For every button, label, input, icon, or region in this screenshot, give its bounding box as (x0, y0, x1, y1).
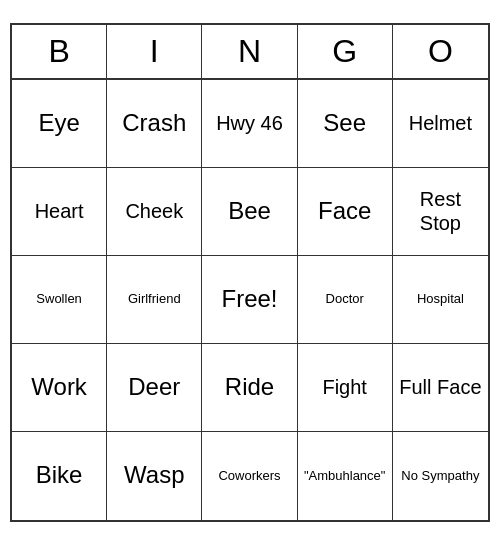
header-letter-n: N (202, 25, 297, 78)
bingo-cell-10: Swollen (12, 256, 107, 344)
bingo-cell-14: Hospital (393, 256, 488, 344)
bingo-cell-17: Ride (202, 344, 297, 432)
bingo-cell-16: Deer (107, 344, 202, 432)
bingo-cell-20: Bike (12, 432, 107, 520)
bingo-cell-9: Rest Stop (393, 168, 488, 256)
bingo-cell-8: Face (298, 168, 393, 256)
bingo-card: BINGO EyeCrashHwy 46SeeHelmetHeartCheekB… (10, 23, 490, 522)
bingo-cell-0: Eye (12, 80, 107, 168)
bingo-cell-23: "Ambuhlance" (298, 432, 393, 520)
bingo-cell-12: Free! (202, 256, 297, 344)
bingo-cell-1: Crash (107, 80, 202, 168)
bingo-cell-5: Heart (12, 168, 107, 256)
bingo-cell-6: Cheek (107, 168, 202, 256)
header-letter-o: O (393, 25, 488, 78)
header-letter-g: G (298, 25, 393, 78)
bingo-header: BINGO (12, 25, 488, 80)
bingo-cell-11: Girlfriend (107, 256, 202, 344)
bingo-grid: EyeCrashHwy 46SeeHelmetHeartCheekBeeFace… (12, 80, 488, 520)
bingo-cell-4: Helmet (393, 80, 488, 168)
bingo-cell-3: See (298, 80, 393, 168)
bingo-cell-15: Work (12, 344, 107, 432)
bingo-cell-18: Fight (298, 344, 393, 432)
bingo-cell-22: Coworkers (202, 432, 297, 520)
header-letter-i: I (107, 25, 202, 78)
bingo-cell-21: Wasp (107, 432, 202, 520)
bingo-cell-19: Full Face (393, 344, 488, 432)
header-letter-b: B (12, 25, 107, 78)
bingo-cell-2: Hwy 46 (202, 80, 297, 168)
bingo-cell-24: No Sympathy (393, 432, 488, 520)
bingo-cell-13: Doctor (298, 256, 393, 344)
bingo-cell-7: Bee (202, 168, 297, 256)
